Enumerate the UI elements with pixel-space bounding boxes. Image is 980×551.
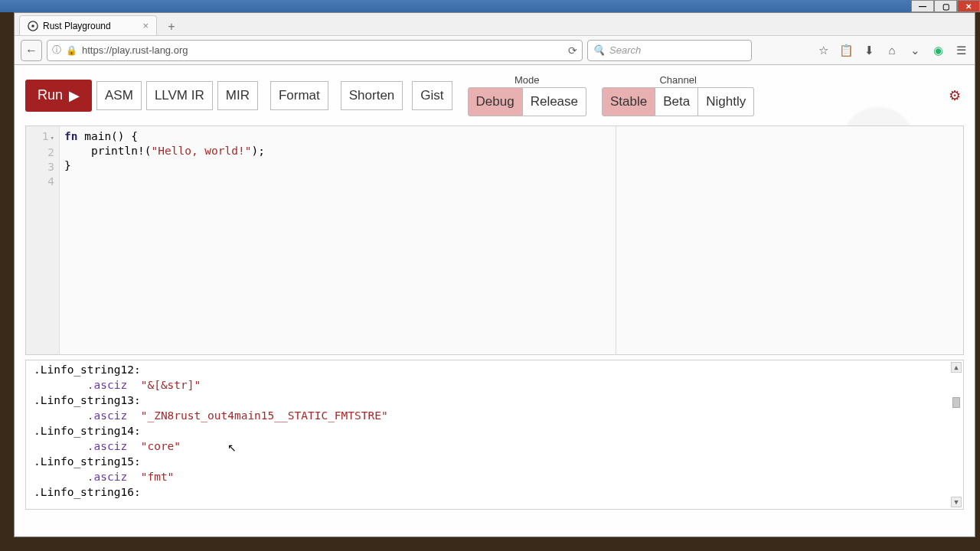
code-token: main() {	[77, 130, 138, 142]
code-token: }	[64, 159, 71, 171]
url-box[interactable]: ⓘ 🔒 https://play.rust-lang.org ⟳	[47, 40, 583, 61]
window-maximize-button[interactable]: ▢	[934, 0, 957, 12]
home-icon[interactable]: ⌂	[884, 43, 900, 58]
output-line: .asciz "core"	[34, 439, 956, 454]
window-close-button[interactable]: ✕	[957, 0, 980, 12]
line-gutter: 1 2 3 4	[26, 126, 60, 354]
output-panel[interactable]: .Linfo_string12: .asciz "&[&str]" .Linfo…	[25, 360, 964, 510]
tab-close-icon[interactable]: ×	[142, 20, 149, 31]
search-box[interactable]: 🔍 Search	[587, 40, 752, 61]
extension-icon[interactable]: ◉	[930, 43, 946, 58]
url-text: https://play.rust-lang.org	[82, 44, 564, 56]
output-line: .Linfo_string15:	[34, 454, 956, 469]
output-line: .asciz "&[&str]"	[34, 377, 956, 393]
llvmir-button[interactable]: LLVM IR	[146, 81, 213, 110]
channel-beta-button[interactable]: Beta	[655, 87, 698, 116]
line-number: 3	[26, 160, 54, 174]
channel-nightly-button[interactable]: Nightly	[698, 87, 754, 116]
browser-tab[interactable]: Rust Playground ×	[19, 15, 157, 35]
window-minimize-button[interactable]: —	[911, 0, 934, 12]
bookmark-star-icon[interactable]: ☆	[815, 43, 831, 58]
tab-title: Rust Playground	[43, 21, 111, 31]
hamburger-menu-icon[interactable]: ☰	[953, 43, 969, 58]
line-number: 2	[26, 145, 54, 160]
line-number: 4	[26, 174, 54, 189]
play-icon: ▶	[69, 87, 80, 104]
channel-label: Channel	[659, 74, 696, 86]
tab-bar: Rust Playground × +	[15, 13, 975, 36]
column-ruler	[616, 126, 616, 354]
clipboard-icon[interactable]: 📋	[838, 43, 854, 58]
output-line: .asciz "fmt"	[34, 469, 956, 484]
output-line: .Linfo_string16:	[34, 484, 956, 500]
output-line: .Linfo_string13:	[34, 393, 956, 408]
mir-button[interactable]: MIR	[217, 81, 258, 110]
code-area[interactable]: fn main() { println!("Hello, world!"); }	[60, 126, 963, 354]
output-scrollbar[interactable]: ▲ ▼	[951, 362, 962, 507]
code-token: fn	[64, 130, 77, 142]
code-token: );	[251, 145, 264, 157]
format-button[interactable]: Format	[270, 81, 328, 110]
gist-button[interactable]: Gist	[412, 81, 452, 110]
pocket-icon[interactable]: ⌄	[907, 43, 923, 58]
code-editor[interactable]: 1 2 3 4 fn main() { println!("Hello, wor…	[25, 126, 964, 355]
page-content: Run ▶ ASM LLVM IR MIR Format Shorten Gis…	[15, 65, 975, 536]
nav-back-button[interactable]: ←	[21, 40, 42, 61]
svg-point-1	[31, 24, 34, 28]
scroll-down-icon[interactable]: ▼	[951, 497, 962, 507]
downloads-icon[interactable]: ⬇	[861, 43, 877, 58]
channel-stable-button[interactable]: Stable	[602, 87, 655, 116]
search-icon: 🔍	[593, 44, 605, 56]
run-button[interactable]: Run ▶	[25, 80, 92, 112]
code-token: "Hello, world!"	[152, 145, 252, 157]
shorten-button[interactable]: Shorten	[341, 81, 403, 110]
new-tab-button[interactable]: +	[162, 18, 181, 35]
mode-label: Mode	[514, 74, 540, 86]
search-placeholder: Search	[609, 44, 641, 56]
settings-gear-icon[interactable]: ⚙	[946, 86, 964, 105]
mode-release-button[interactable]: Release	[523, 87, 586, 116]
browser-window: Rust Playground × + ← ⓘ 🔒 https://play.r…	[14, 12, 975, 537]
run-label: Run	[38, 87, 63, 103]
output-line: .Linfo_string14:	[34, 423, 956, 439]
line-number: 1	[26, 129, 54, 145]
scroll-thumb[interactable]	[952, 397, 960, 408]
mode-debug-button[interactable]: Debug	[468, 87, 523, 116]
code-token: println!(	[64, 145, 152, 157]
address-bar: ← ⓘ 🔒 https://play.rust-lang.org ⟳ 🔍 Sea…	[15, 36, 975, 65]
output-line: .Linfo_string12:	[34, 362, 956, 377]
asm-button[interactable]: ASM	[96, 81, 142, 110]
rust-favicon-icon	[28, 21, 38, 31]
scroll-up-icon[interactable]: ▲	[951, 362, 962, 373]
lock-icon: 🔒	[66, 45, 77, 56]
playground-toolbar: Run ▶ ASM LLVM IR MIR Format Shorten Gis…	[25, 74, 964, 116]
reload-icon[interactable]: ⟳	[568, 44, 577, 57]
output-line: .asciz "_ZN8rust_out4main15__STATIC_FMTS…	[34, 408, 956, 423]
site-info-icon[interactable]: ⓘ	[52, 44, 61, 57]
